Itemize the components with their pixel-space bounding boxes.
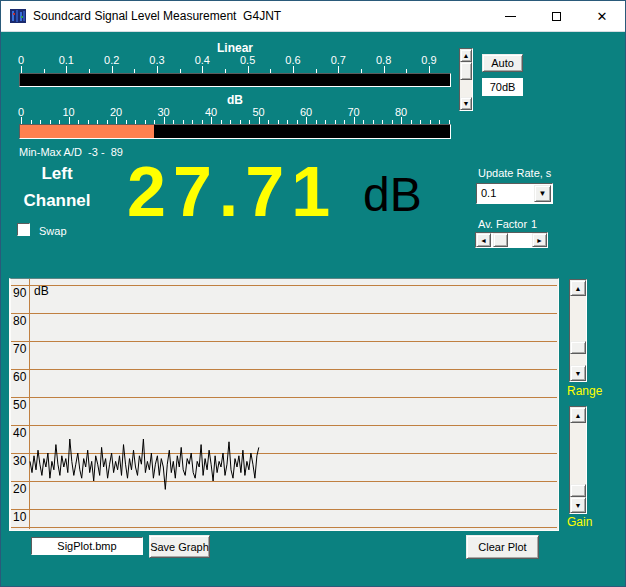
scroll-thumb[interactable] xyxy=(460,62,472,80)
db-level-bar xyxy=(19,124,451,139)
linear-major-tick xyxy=(248,66,249,73)
combo-dropdown-icon[interactable]: ▼ xyxy=(534,185,551,202)
plot-y-tick-label: 90 xyxy=(13,286,27,300)
linear-major-tick xyxy=(66,66,67,73)
linear-major-tick xyxy=(21,66,22,73)
maximize-button[interactable] xyxy=(533,1,579,31)
linear-major-tick xyxy=(384,66,385,73)
plot-y-tick-label: 10 xyxy=(13,510,27,524)
db-meter-title: dB xyxy=(19,93,451,107)
db-major-tick xyxy=(21,117,22,124)
update-rate-label: Update Rate, s xyxy=(478,167,551,179)
db-major-tick xyxy=(69,117,70,124)
maximize-icon xyxy=(552,12,561,21)
scroll-left-icon[interactable]: ◄ xyxy=(476,233,491,247)
gain-scrollbar[interactable]: ▲ ▼ xyxy=(569,406,587,514)
minimize-button[interactable] xyxy=(487,1,533,31)
swap-checkbox[interactable] xyxy=(17,223,30,236)
gain-up-icon[interactable]: ▲ xyxy=(570,407,586,423)
window-title: Soundcard Signal Level Measurement G4JNT xyxy=(33,9,281,23)
update-rate-value: 0.1 xyxy=(481,187,496,199)
auto-button[interactable]: Auto xyxy=(482,54,523,72)
linear-major-tick xyxy=(293,66,294,73)
plot-unit-label: dB xyxy=(34,284,49,298)
gain-label: Gain xyxy=(567,515,592,529)
scroll-right-icon[interactable]: ► xyxy=(532,233,547,247)
db-major-tick xyxy=(401,117,402,124)
db-major-tick xyxy=(354,117,355,124)
linear-major-tick xyxy=(157,66,158,73)
db-major-tick xyxy=(116,117,117,124)
linear-tick-label: 0.6 xyxy=(285,54,300,66)
linear-major-tick xyxy=(338,66,339,73)
db-major-tick xyxy=(211,117,212,124)
70db-button[interactable]: 70dB xyxy=(482,78,523,96)
caption-buttons: ✕ xyxy=(487,1,625,31)
plot-y-tick-label: 70 xyxy=(13,342,27,356)
app-icon xyxy=(10,8,26,24)
linear-tick-label: 0.7 xyxy=(331,54,346,66)
channel-label-line1: Left xyxy=(7,164,107,184)
swap-checkbox-label: Swap xyxy=(39,225,67,237)
level-scrollbar[interactable]: ▲ ▼ xyxy=(459,48,473,111)
plot-y-tick-label: 40 xyxy=(13,426,27,440)
plot-y-tick-label: 50 xyxy=(13,398,27,412)
av-factor-value: 1 xyxy=(531,218,537,230)
plot-y-tick-label: 20 xyxy=(13,482,27,496)
scroll-down-icon[interactable]: ▼ xyxy=(460,97,472,110)
title-bar: Soundcard Signal Level Measurement G4JNT… xyxy=(1,1,625,32)
av-factor-thumb[interactable] xyxy=(493,233,508,247)
linear-major-tick xyxy=(429,66,430,73)
db-reading-unit: dB xyxy=(363,171,422,219)
plot-y-tick-label: 80 xyxy=(13,314,27,328)
scroll-up-icon[interactable]: ▲ xyxy=(460,49,472,62)
linear-tick-label: 0.4 xyxy=(195,54,210,66)
linear-meter-title: Linear xyxy=(19,41,451,55)
clear-plot-button[interactable]: Clear Plot xyxy=(466,535,539,559)
range-up-icon[interactable]: ▲ xyxy=(570,280,586,296)
update-rate-combo[interactable]: 0.1 ▼ xyxy=(476,183,553,204)
close-button[interactable]: ✕ xyxy=(579,1,625,31)
linear-tick-label: 0.3 xyxy=(149,54,164,66)
db-major-tick xyxy=(164,117,165,124)
minmax-readout: Min-Max A/D -3 - 89 xyxy=(19,146,123,158)
db-level-fill xyxy=(20,125,154,138)
range-down-icon[interactable]: ▼ xyxy=(570,365,586,381)
linear-major-tick xyxy=(112,66,113,73)
linear-tick-label: 0.8 xyxy=(376,54,391,66)
gain-thumb[interactable] xyxy=(570,484,586,497)
save-graph-button[interactable]: Save Graph xyxy=(149,535,210,558)
linear-tick-label: 0.1 xyxy=(59,54,74,66)
signal-plot-canvas: 908070605040302010dB xyxy=(11,279,557,529)
gain-down-icon[interactable]: ▼ xyxy=(570,497,586,513)
range-label: Range xyxy=(567,384,602,398)
app-window: Soundcard Signal Level Measurement G4JNT… xyxy=(0,0,626,587)
plot-y-tick-label: 30 xyxy=(13,454,27,468)
linear-level-bar xyxy=(19,73,451,87)
linear-tick-label: 0.5 xyxy=(240,54,255,66)
db-major-tick xyxy=(306,117,307,124)
db-major-tick xyxy=(259,117,260,124)
plot-y-tick-label: 60 xyxy=(13,370,27,384)
close-icon: ✕ xyxy=(597,10,608,23)
db-reading-value: 27.71 xyxy=(127,157,337,227)
range-thumb[interactable] xyxy=(570,341,586,354)
channel-label-line2: Channel xyxy=(7,191,107,211)
linear-tick-label: 0.9 xyxy=(421,54,436,66)
av-factor-scrollbar[interactable]: ◄ ► xyxy=(475,232,548,248)
linear-tick-label: 0 xyxy=(18,54,24,66)
minimize-icon xyxy=(505,16,516,17)
av-factor-label: Av. Factor xyxy=(478,218,527,230)
signal-plot: 908070605040302010dB xyxy=(9,278,559,531)
linear-major-tick xyxy=(202,66,203,73)
linear-tick-label: 0.2 xyxy=(104,54,119,66)
range-scrollbar[interactable]: ▲ ▼ xyxy=(569,279,587,382)
filename-input[interactable]: SigPlot.bmp xyxy=(31,537,143,555)
